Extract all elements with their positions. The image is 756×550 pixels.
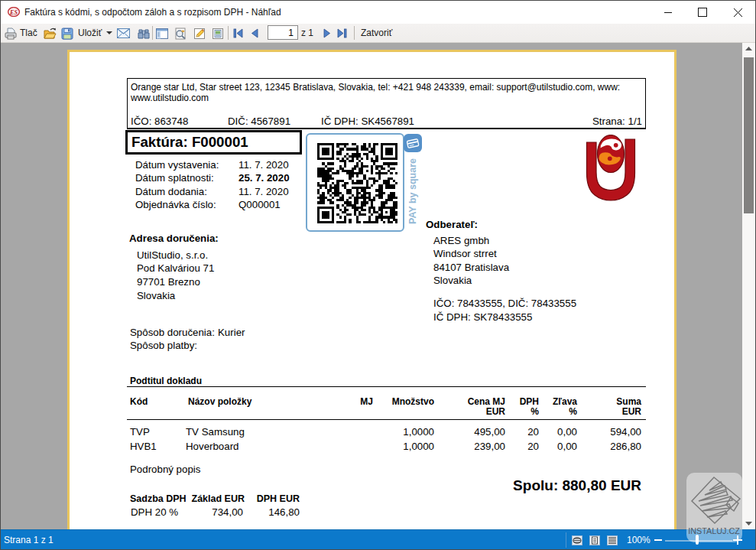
svg-text:PAY by square: PAY by square bbox=[407, 158, 418, 224]
svg-text:INSTALUJ.CZ: INSTALUJ.CZ bbox=[688, 526, 740, 535]
svg-text:ES: ES bbox=[9, 9, 18, 16]
